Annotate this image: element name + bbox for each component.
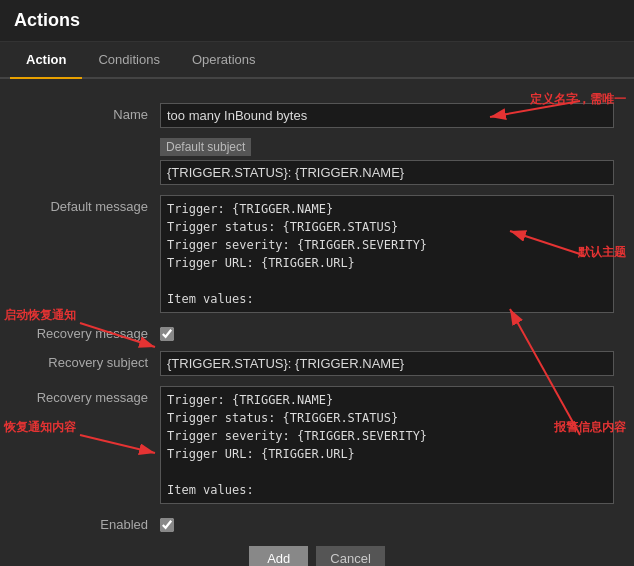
cancel-button[interactable]: Cancel [316, 546, 384, 566]
recovery-message2-label: Recovery message [20, 386, 160, 405]
tab-conditions[interactable]: Conditions [82, 42, 175, 79]
recovery-subject-wrapper [160, 351, 614, 376]
default-subject-badge: Default subject [160, 138, 251, 156]
name-label: Name [20, 103, 160, 122]
recovery-subject-label: Recovery subject [20, 351, 160, 370]
name-row: Name [20, 103, 614, 128]
default-message-textarea[interactable]: Trigger: {TRIGGER.NAME} Trigger status: … [160, 195, 614, 313]
recovery-message-checkbox[interactable] [160, 327, 174, 341]
default-message-label: Default message [20, 195, 160, 214]
name-field-wrapper [160, 103, 614, 128]
enabled-row: Enabled [20, 517, 614, 532]
recovery-message-checkbox-label: Recovery message [20, 326, 160, 341]
add-button[interactable]: Add [249, 546, 308, 566]
recovery-message-textarea[interactable]: Trigger: {TRIGGER.NAME} Trigger status: … [160, 386, 614, 504]
enabled-label: Enabled [20, 517, 160, 532]
tabs-bar: Action Conditions Operations [0, 42, 634, 79]
page-header: Actions [0, 0, 634, 42]
content-area: 定义名字，需唯一 Name Default subject Default me… [0, 79, 634, 566]
page-title: Actions [14, 10, 80, 30]
default-message-wrapper: Trigger: {TRIGGER.NAME} Trigger status: … [160, 195, 614, 316]
recovery-subject-row: Recovery subject [20, 351, 614, 376]
default-subject-row: Default subject [20, 138, 614, 185]
name-input[interactable] [160, 103, 614, 128]
recovery-subject-input[interactable] [160, 351, 614, 376]
tab-action[interactable]: Action [10, 42, 82, 79]
recovery-message2-wrapper: Trigger: {TRIGGER.NAME} Trigger status: … [160, 386, 614, 507]
buttons-row: Add Cancel [20, 546, 614, 566]
default-message-row: Default message Trigger: {TRIGGER.NAME} … [20, 195, 614, 316]
recovery-message2-row: Recovery message Trigger: {TRIGGER.NAME}… [20, 386, 614, 507]
default-subject-spacer [20, 138, 160, 142]
recovery-message-checkbox-row: Recovery message [20, 326, 614, 341]
enabled-checkbox[interactable] [160, 518, 174, 532]
default-subject-wrapper: Default subject [160, 138, 614, 185]
default-subject-input[interactable] [160, 160, 614, 185]
tab-operations[interactable]: Operations [176, 42, 272, 79]
